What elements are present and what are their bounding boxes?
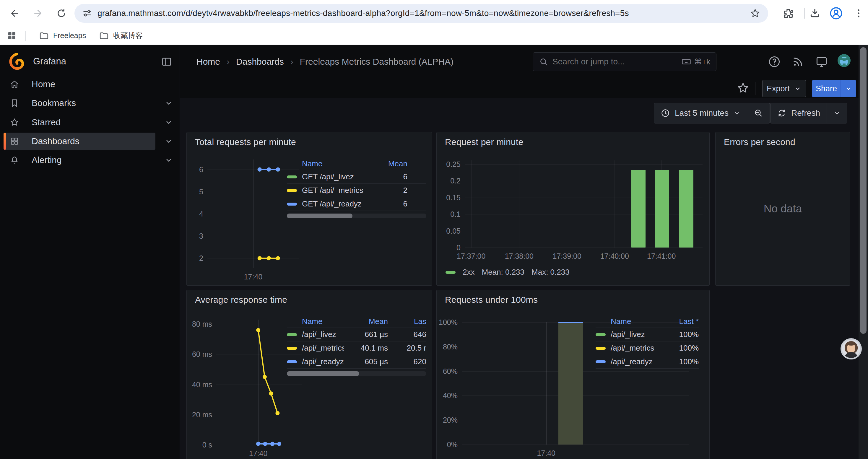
data-point[interactable] [263,442,267,446]
apps-grid-icon [10,136,19,146]
chart-bar[interactable] [655,170,669,248]
breadcrumb-home[interactable]: Home [196,57,220,67]
data-point[interactable] [276,167,280,172]
user-avatar[interactable] [837,54,851,68]
forward-icon[interactable] [30,5,46,22]
legend-header-last *: Last * [663,317,699,326]
legend-series-name[interactable]: /api/_metrics [596,343,663,353]
data-point[interactable] [267,167,271,172]
legend-series-name[interactable]: GET /api/_livez [287,172,378,182]
legend-swatch [287,189,297,192]
legend-row: GET /api/_livez6 [287,170,426,184]
chevron-down-icon[interactable] [164,118,173,127]
chevron-down-icon [833,109,840,117]
legend-series-name[interactable]: /api/_livez [287,330,344,339]
sidebar-item-bookmarks[interactable]: Bookmarks [4,95,155,112]
chart-area-column[interactable] [558,322,583,445]
bookmark-star-icon[interactable] [750,8,761,19]
floating-assistant-avatar[interactable] [840,338,862,359]
legend-scrollbar-thumb[interactable] [287,214,352,218]
legend-series-name[interactable]: /api/_readyz [287,357,344,366]
export-label: Export [767,84,790,93]
apps-grid-icon[interactable] [6,30,17,41]
data-point[interactable] [270,442,275,446]
sidebar-item-dashboards[interactable]: Dashboards [4,133,155,150]
reload-icon[interactable] [53,5,70,22]
y-axis-tick-label: 80% [437,342,458,351]
downloads-icon[interactable] [809,5,821,22]
legend-series-name[interactable]: /api/_livez [596,330,663,339]
back-icon[interactable] [6,5,23,22]
kiosk-monitor-icon[interactable] [814,55,829,69]
chevron-down-icon[interactable] [164,137,173,145]
legend-header-row: NameMeanLas [287,315,426,328]
refresh-button[interactable]: Refresh [771,103,827,123]
legend-header-row: NameLast * [596,315,699,328]
sidebar-item-starred[interactable]: Starred [4,114,155,131]
sidebar-item-label: Starred [32,117,61,127]
brand-row: Grafana [0,45,180,78]
x-axis-tick-label: 17:40 [224,272,283,281]
y-axis-tick-label: 80 ms [187,320,212,328]
legend-header-row: NameMean [287,157,426,170]
chart-bar[interactable] [631,170,646,248]
scrollbar-thumb[interactable] [860,47,867,334]
y-axis-tick-label: 6 [187,165,203,174]
chevron-down-icon[interactable] [164,156,173,165]
zoom-out-button[interactable] [747,103,770,123]
legend-row: /api/_readyz605 µs620 [287,355,426,368]
panel-errors-per-second: Errors per second No data [715,132,850,286]
series-line [208,158,299,270]
chart-bar[interactable] [679,170,693,248]
extensions-icon[interactable] [782,5,794,22]
bookmarks-divider [25,31,26,41]
legend-rows: /api/_livez661 µs646/api/_metrics40.1 ms… [287,328,426,369]
news-rss-icon[interactable] [791,55,805,69]
data-point[interactable] [258,167,262,172]
legend-rows: GET /api/_livez6GET /api/_metrics2GET /a… [287,170,426,211]
refresh-interval-button[interactable] [827,103,847,123]
time-range-picker[interactable]: Last 5 minutes [654,103,747,123]
breadcrumb-dashboards[interactable]: Dashboards [236,57,284,67]
legend-value: 620 [388,357,426,366]
site-settings-icon[interactable] [82,8,92,18]
folder-icon [39,31,49,41]
bookmark-folder-label: 收藏博客 [113,31,143,40]
bookmark-folder-freeleaps[interactable]: Freeleaps [39,31,86,41]
legend-scrollbar[interactable] [287,214,426,218]
legend-series-label[interactable]: 2xx [463,268,474,277]
legend-series-name[interactable]: GET /api/_readyz [287,199,378,208]
y-axis-tick-label: 0 [437,243,461,252]
y-axis-tick-label: 4 [187,209,203,218]
profile-avatar-icon[interactable] [829,5,843,22]
browser-menu-icon[interactable] [853,5,864,22]
gridline-h [465,248,703,248]
bookmark-folder-blogs[interactable]: 收藏博客 [99,31,143,41]
panel-requests-under-100ms: Requests under 100ms 100%80%60%40%20%0%1… [436,290,710,459]
legend-scrollbar-thumb[interactable] [287,371,359,376]
chevron-down-icon[interactable] [164,99,173,107]
grafana-logo-icon[interactable] [8,53,26,71]
data-point[interactable] [277,442,281,446]
legend-row: /api/_metrics40.1 ms20.5 r [287,341,426,355]
share-menu-button[interactable] [840,80,856,97]
collapse-sidebar-icon[interactable] [161,56,172,67]
export-button[interactable]: Export [762,80,806,97]
sidebar-item-alerting[interactable]: Alerting [4,152,155,169]
search-input[interactable]: ⌘+k [533,52,716,71]
data-point[interactable] [256,441,260,446]
legend-row: /api/_livez661 µs646 [287,328,426,341]
share-button[interactable]: Share [812,80,840,97]
subheader-divider [755,82,755,95]
help-icon[interactable] [767,55,781,69]
url-bar[interactable]: grafana.mathmast.com/d/deytv4rwavabkb/fr… [74,4,768,23]
legend-scrollbar[interactable] [287,371,426,376]
favorite-star-icon[interactable] [737,81,751,96]
legend-series-name[interactable]: /api/_readyz [596,357,663,366]
page-scrollbar[interactable] [859,45,868,459]
bookmarks-bar: Freeleaps 收藏博客 [0,27,868,44]
panel-request-per-minute: Request per minute 0.250.20.150.10.05017… [436,132,710,286]
legend-series-name[interactable]: GET /api/_metrics [287,186,378,195]
sidebar-item-home[interactable]: Home [4,76,155,93]
legend-series-name[interactable]: /api/_metrics [287,343,344,353]
